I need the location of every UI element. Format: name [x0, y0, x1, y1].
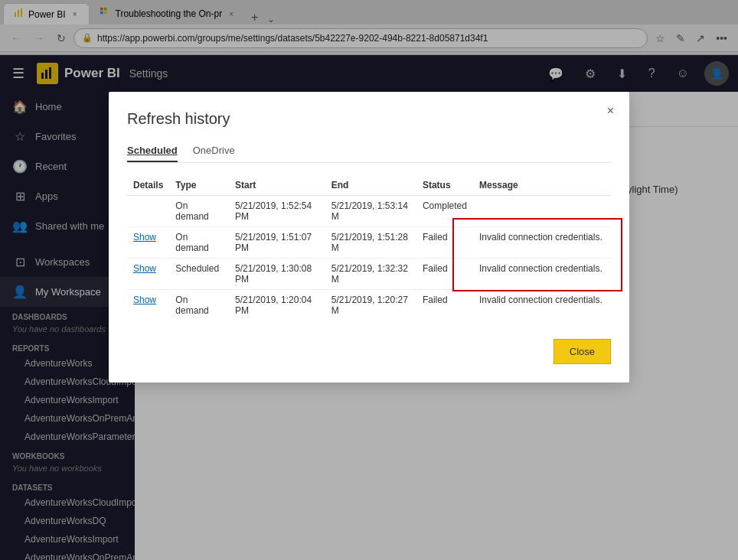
row3-start: 5/21/2019, 1:20:04 PM: [229, 290, 325, 321]
row1-message: Invalid connection credentials.: [473, 227, 611, 259]
row3-status: Failed: [416, 290, 473, 321]
row2-type: Scheduled: [169, 259, 229, 290]
row3-details: Show: [127, 290, 169, 321]
row3-end: 5/21/2019, 1:20:27 M: [325, 290, 416, 321]
row0-start: 5/21/2019, 1:52:54 PM: [229, 196, 325, 227]
row2-end: 5/21/2019, 1:32:32 M: [325, 259, 416, 290]
col-type: Type: [169, 175, 229, 196]
row1-end: 5/21/2019, 1:51:28 M: [325, 227, 416, 259]
row2-status: Failed: [416, 259, 473, 290]
modal-title: Refresh history: [127, 110, 611, 128]
show-link-1[interactable]: Show: [133, 232, 156, 243]
row0-details: [127, 196, 169, 227]
row1-status: Failed: [416, 227, 473, 259]
modal-overlay: Refresh history × Scheduled OneDrive Det…: [0, 0, 738, 560]
row3-type: On demand: [169, 290, 229, 321]
show-link-3[interactable]: Show: [133, 295, 156, 305]
row2-details: Show: [127, 259, 169, 290]
modal-tab-onedrive[interactable]: OneDrive: [193, 140, 235, 162]
refresh-table: Details Type Start End Status Message On…: [127, 175, 611, 321]
col-end: End: [325, 175, 416, 196]
row1-details: Show: [127, 227, 169, 259]
col-details: Details: [127, 175, 169, 196]
row2-message: Invalid connection credentials.: [473, 259, 611, 290]
row0-type: On demand: [169, 196, 229, 227]
modal-tabs: Scheduled OneDrive: [127, 140, 611, 163]
row0-message: [473, 196, 611, 227]
row2-start: 5/21/2019, 1:30:08 PM: [229, 259, 325, 290]
row3-message: Invalid connection credentials.: [473, 290, 611, 321]
table-row-1: Show On demand 5/21/2019, 1:51:07 PM 5/2…: [127, 227, 611, 259]
close-button[interactable]: Close: [554, 339, 611, 364]
table-wrapper: Details Type Start End Status Message On…: [127, 175, 611, 321]
col-message: Message: [473, 175, 611, 196]
row0-end: 5/21/2019, 1:53:14 M: [325, 196, 416, 227]
row1-type: On demand: [169, 227, 229, 259]
show-link-2[interactable]: Show: [133, 263, 156, 274]
modal-tab-scheduled[interactable]: Scheduled: [127, 140, 178, 162]
modal-close-button[interactable]: ×: [601, 101, 620, 121]
refresh-history-modal: Refresh history × Scheduled OneDrive Det…: [109, 92, 629, 383]
col-start: Start: [229, 175, 325, 196]
modal-footer: Close: [127, 339, 611, 364]
row0-status: Completed: [416, 196, 473, 227]
table-row-2: Show Scheduled 5/21/2019, 1:30:08 PM 5/2…: [127, 259, 611, 290]
col-status: Status: [416, 175, 473, 196]
table-row-0: On demand 5/21/2019, 1:52:54 PM 5/21/201…: [127, 196, 611, 227]
table-row-3: Show On demand 5/21/2019, 1:20:04 PM 5/2…: [127, 290, 611, 321]
row1-start: 5/21/2019, 1:51:07 PM: [229, 227, 325, 259]
